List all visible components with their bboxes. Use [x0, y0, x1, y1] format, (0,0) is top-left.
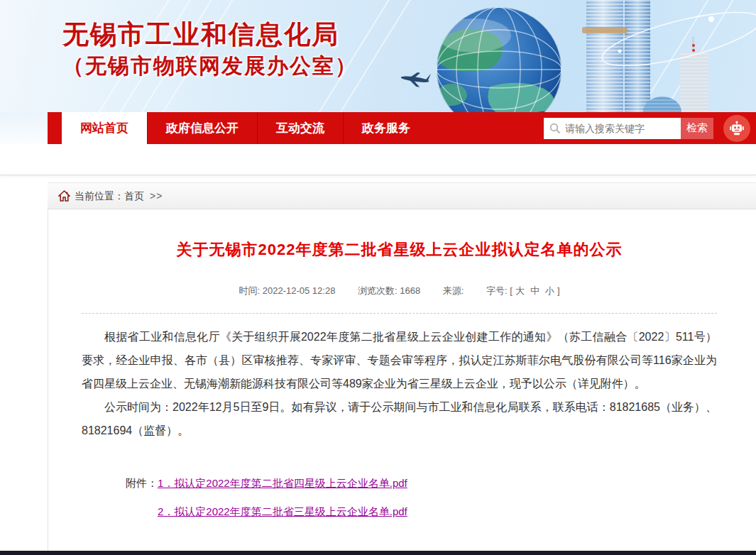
home-icon — [58, 190, 70, 202]
plane-icon — [400, 70, 431, 89]
robot-icon — [728, 120, 745, 137]
meta-time-label: 时间: — [239, 285, 263, 296]
meta-source-label: 来源: — [443, 285, 466, 296]
search-input[interactable] — [544, 118, 681, 139]
tab-gov-info[interactable]: 政府信息公开 — [147, 112, 257, 144]
chatbot-button[interactable] — [723, 115, 750, 142]
page: 无锡市工业和信息化局 （无锡市物联网发展办公室） 网站首页 政府信息公开 互动交… — [0, 0, 756, 555]
article-meta: 时间: 2022-12-05 12:28 浏览次数: 1668 来源: 字号: … — [82, 285, 717, 297]
sub-nav-band — [0, 144, 756, 175]
article-panel: 关于无锡市2022年度第二批省星级上云企业拟认定名单的公示 时间: 2022-1… — [48, 209, 756, 555]
meta-time-value: 2022-12-05 12:28 — [263, 285, 336, 296]
tab-home[interactable]: 网站首页 — [62, 112, 147, 144]
meta-views-value: 1668 — [400, 285, 420, 296]
tab-gov-services[interactable]: 政务服务 — [343, 112, 429, 144]
breadcrumb-label: 当前位置： — [75, 182, 124, 209]
attachments: 附件： 1．拟认定2022年度第二批省四星级上云企业名单.pdf 2．拟认定20… — [82, 475, 717, 532]
meta-divider — [82, 313, 717, 314]
site-title: 无锡市工业和信息化局 — [62, 18, 358, 51]
fontsize-small[interactable]: 小 — [545, 285, 554, 296]
search-bar: 检索 — [544, 118, 713, 139]
attachment-link-1[interactable]: 1．拟认定2022年度第二批省四星级上云企业名单.pdf — [158, 475, 407, 492]
breadcrumb: 当前位置： 首页 >> — [48, 182, 756, 209]
attachment-link-2[interactable]: 2．拟认定2022年度第二批省三星级上云企业名单.pdf — [158, 503, 407, 520]
fontsize-label-close: ] — [557, 285, 560, 296]
fontsize-large[interactable]: 大 — [515, 285, 525, 296]
search-submit-button[interactable]: 检索 — [681, 118, 713, 139]
fontsize-medium[interactable]: 中 — [530, 285, 539, 296]
bottom-bar — [0, 551, 756, 555]
site-header: 无锡市工业和信息化局 （无锡市物联网发展办公室） — [0, 0, 756, 112]
attachments-label: 附件： — [82, 475, 158, 532]
site-subtitle: （无锡市物联网发展办公室） — [62, 51, 358, 81]
article-paragraph-1: 根据省工业和信息化厅《关于组织开展2022年度第二批省星级上云企业创建工作的通知… — [82, 325, 717, 395]
article-paragraph-2: 公示时间为：2022年12月5日至9日。如有异议，请于公示期间与市工业和信息化局… — [82, 395, 717, 442]
article-title: 关于无锡市2022年度第二批省星级上云企业拟认定名单的公示 — [82, 209, 717, 260]
nav-row: 网站首页 政府信息公开 互动交流 政务服务 检索 — [0, 112, 756, 144]
breadcrumb-arrow: >> — [150, 182, 163, 209]
nav-left-margin — [0, 112, 48, 144]
fontsize-label: 字号: [ — [486, 285, 513, 296]
tab-interaction[interactable]: 互动交流 — [257, 112, 343, 144]
breadcrumb-home-link[interactable]: 首页 — [124, 182, 144, 209]
meta-views-label: 浏览次数: — [358, 285, 400, 296]
search-icon — [549, 123, 561, 134]
main-nav: 网站首页 政府信息公开 互动交流 政务服务 检索 — [48, 112, 756, 144]
